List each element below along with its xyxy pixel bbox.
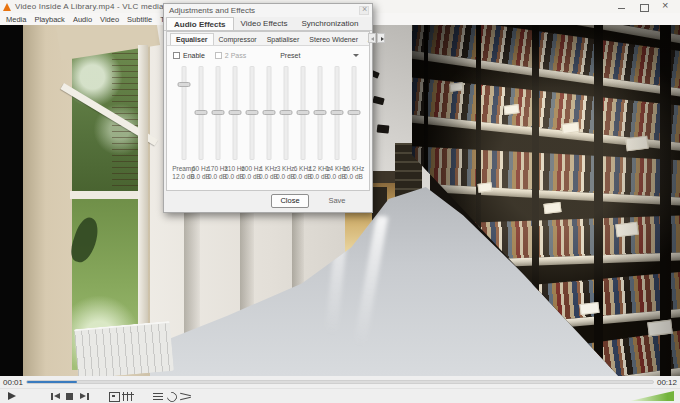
eq-band-column: 12 KHz 0.0 dB: [311, 66, 328, 181]
preset-dropdown[interactable]: [306, 50, 363, 61]
eq-band-handle[interactable]: [245, 110, 258, 115]
vlc-window: Video Inside A Library.mp4 - VLC media p…: [0, 0, 680, 403]
subtab-scroll-left-icon[interactable]: [368, 33, 376, 43]
effects-subtab[interactable]: Stereo Widener: [304, 34, 363, 45]
dialog-tab[interactable]: Video Effects: [234, 17, 295, 30]
effects-subtabs: EqualiserCompressorSpatialiserStereo Wid…: [167, 32, 369, 46]
eq-band-handle[interactable]: [330, 110, 343, 115]
eq-band-handle[interactable]: [347, 110, 360, 115]
previous-icon[interactable]: [49, 391, 63, 402]
window-controls: [616, 2, 680, 12]
two-pass-checkbox[interactable]: [215, 52, 222, 59]
preamp-handle[interactable]: [177, 82, 190, 87]
eq-band-slider[interactable]: [328, 66, 345, 160]
seek-fill: [27, 381, 77, 383]
dialog-title: Adjustments and Effects: [169, 6, 255, 15]
close-button[interactable]: Close: [271, 194, 309, 208]
eq-band-handle[interactable]: [279, 110, 292, 115]
window-frame-middle: [70, 191, 142, 199]
eq-band-slider[interactable]: [345, 66, 362, 160]
equalizer-controls: Enable 2 Pass Preset: [167, 46, 369, 62]
eq-band-column: 16 KHz 0.0 dB: [345, 66, 362, 181]
menu-item[interactable]: Playback: [30, 15, 68, 24]
seek-row: 00:01 00:12: [0, 376, 680, 388]
eq-band-gain: 0.0 dB: [293, 173, 312, 181]
dialog-tab[interactable]: Synchronization: [294, 17, 365, 30]
eq-band-column: 310 Hz 0.0 dB: [226, 66, 243, 181]
random-icon[interactable]: [179, 391, 193, 402]
next-icon[interactable]: [77, 391, 91, 402]
fullscreen-icon[interactable]: [107, 391, 121, 402]
minimize-button[interactable]: [616, 2, 628, 12]
two-pass-label: 2 Pass: [225, 52, 246, 59]
elapsed-time: 00:01: [0, 378, 26, 387]
play-icon[interactable]: [5, 391, 21, 402]
eq-band-gain: 0.0 dB: [191, 173, 210, 181]
dialog-tabs: Audio EffectsVideo EffectsSynchronizatio…: [164, 17, 372, 31]
eq-band-gain: 0.0 dB: [344, 173, 363, 181]
eq-band-frequency: 3 KHz: [277, 165, 295, 173]
seek-bar[interactable]: [26, 380, 654, 384]
close-window-button[interactable]: [660, 2, 672, 12]
vlc-cone-icon: [3, 3, 11, 11]
enable-checkbox[interactable]: [173, 52, 180, 59]
scene-radiator: [74, 321, 174, 376]
effects-subtab[interactable]: Compressor: [214, 34, 262, 45]
preamp-column: Preamp 12.0 dB: [175, 66, 192, 181]
eq-band-gain: 0.0 dB: [259, 173, 278, 181]
save-button[interactable]: Save: [322, 196, 352, 205]
two-pass-group: 2 Pass: [215, 52, 256, 59]
eq-band-slider[interactable]: [294, 66, 311, 160]
eq-band-slider[interactable]: [311, 66, 328, 160]
eq-band-handle[interactable]: [262, 110, 275, 115]
eq-band-gain: 0.0 dB: [225, 173, 244, 181]
maximize-button[interactable]: [638, 2, 650, 12]
eq-band-slider[interactable]: [243, 66, 260, 160]
preamp-slider[interactable]: [175, 66, 192, 160]
preset-label: Preset: [280, 52, 300, 59]
controls-row: [0, 388, 680, 403]
effects-subtab[interactable]: Spatialiser: [262, 34, 305, 45]
eq-band-handle[interactable]: [211, 110, 224, 115]
extended-settings-icon[interactable]: [121, 391, 135, 402]
eq-band-handle[interactable]: [194, 110, 207, 115]
menu-item[interactable]: Media: [2, 15, 30, 24]
dialog-close-icon[interactable]: [359, 6, 369, 15]
playlist-icon[interactable]: [151, 391, 165, 402]
eq-band-column: 60 Hz 0.0 dB: [192, 66, 209, 181]
eq-band-gain: 0.0 dB: [242, 173, 261, 181]
eq-band-frequency: 1 KHz: [260, 165, 278, 173]
eq-band-gain: 0.0 dB: [327, 173, 346, 181]
stop-icon[interactable]: [63, 391, 77, 402]
eq-band-frequency: 16 KHz: [343, 165, 364, 173]
subtab-scroll-arrows: [368, 33, 387, 45]
eq-band-handle[interactable]: [228, 110, 241, 115]
eq-band-slider[interactable]: [226, 66, 243, 160]
eq-band-column: 6 KHz 0.0 dB: [294, 66, 311, 181]
dialog-tab[interactable]: Audio Effects: [166, 17, 234, 30]
loop-icon[interactable]: [165, 391, 179, 402]
eq-band-column: 3 KHz 0.0 dB: [277, 66, 294, 181]
effects-subtab[interactable]: Equaliser: [170, 33, 214, 45]
eq-band-slider[interactable]: [277, 66, 294, 160]
scene-left-edge: [0, 25, 23, 376]
adjustments-dialog: Adjustments and Effects Audio EffectsVid…: [163, 3, 373, 213]
menu-item[interactable]: Audio: [69, 15, 96, 24]
ceiling-spotlight: [377, 124, 390, 133]
eq-band-gain: 0.0 dB: [276, 173, 295, 181]
dialog-titlebar[interactable]: Adjustments and Effects: [164, 4, 372, 17]
eq-band-slider[interactable]: [192, 66, 209, 160]
subtab-scroll-right-icon[interactable]: [377, 33, 385, 43]
equalizer-sliders: Preamp 12.0 dB 60 Hz 0.0 dB 170 Hz: [167, 62, 369, 181]
menu-item[interactable]: Subtitle: [123, 15, 156, 24]
eq-band-column: 600 Hz 0.0 dB: [243, 66, 260, 181]
eq-band-column: 170 Hz 0.0 dB: [209, 66, 226, 181]
duration-time: 00:12: [654, 378, 680, 387]
volume-wedge[interactable]: [630, 391, 674, 401]
eq-band-slider[interactable]: [260, 66, 277, 160]
eq-band-slider[interactable]: [209, 66, 226, 160]
eq-band-handle[interactable]: [313, 110, 326, 115]
eq-band-gain: 0.0 dB: [310, 173, 329, 181]
menu-item[interactable]: Video: [96, 15, 123, 24]
eq-band-handle[interactable]: [296, 110, 309, 115]
